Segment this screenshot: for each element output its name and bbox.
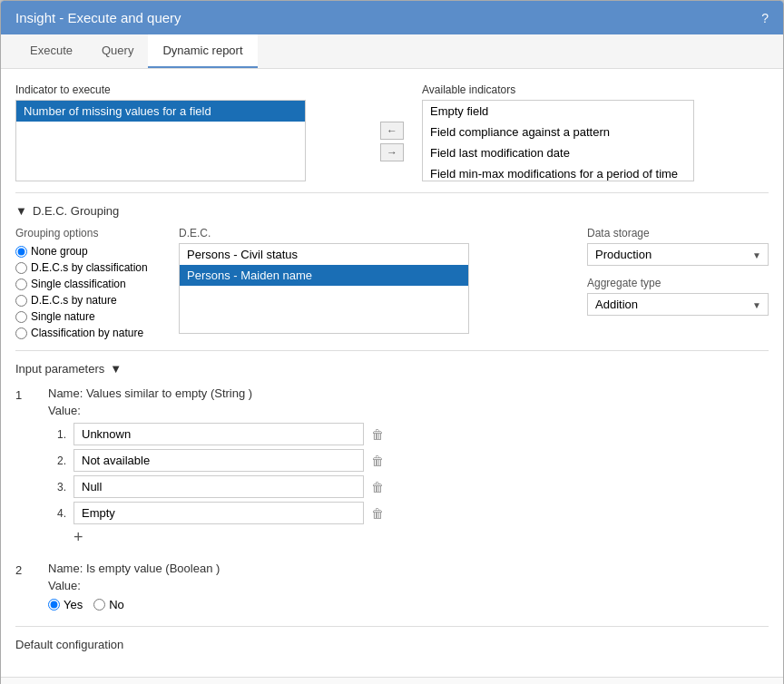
tab-dynamic-report[interactable]: Dynamic report (148, 34, 257, 68)
input-params-section: Input parameters ▼ 1 Name: Values simila… (15, 350, 769, 611)
default-config-section: Default configuration (15, 626, 769, 651)
dec-grouping-title: D.E.C. Grouping (33, 204, 119, 218)
dec-grouping-header: ▼ D.E.C. Grouping (15, 204, 769, 218)
available-item-3[interactable]: Field min-max modifications for a period… (423, 163, 693, 181)
value-num-1: 1. (48, 428, 66, 441)
input-params-header: Input parameters ▼ (15, 362, 769, 376)
delete-icon-1[interactable]: 🗑 (371, 427, 384, 442)
param-row-1: 1 Name: Values similar to empty (String … (15, 386, 769, 547)
available-item-2[interactable]: Field last modification date (423, 142, 693, 163)
radio-classification-nature[interactable]: Classification by nature (15, 327, 161, 339)
value-num-2: 2. (48, 454, 66, 467)
radio-group: None group D.E.C.s by classification Sin… (15, 245, 161, 339)
radio-decs-classification[interactable]: D.E.C.s by classification (15, 261, 161, 274)
param-name-2: Name: Is empty value (Boolean ) (48, 562, 769, 575)
dec-item-1[interactable]: Persons - Maiden name (180, 265, 468, 286)
boolean-options: Yes No (48, 598, 769, 611)
radio-single-nature[interactable]: Single nature (15, 310, 161, 323)
dec-list[interactable]: Persons - Civil status Persons - Maiden … (179, 243, 469, 334)
aggregate-select-wrapper: Addition Average Max Min (587, 293, 769, 316)
data-storage-select[interactable]: Production Archive Test (587, 243, 769, 266)
dialog-title: Insight - Execute and query (15, 10, 181, 25)
grouping-body: Grouping options None group D.E.C.s by c… (15, 227, 769, 339)
radio-yes-label[interactable]: Yes (48, 598, 83, 611)
value-input-1[interactable] (74, 423, 364, 445)
available-item-0[interactable]: Empty field (423, 101, 693, 122)
input-params-title: Input parameters (15, 362, 104, 376)
param-content-1: Name: Values similar to empty (String ) … (48, 386, 769, 547)
param-value-label-1: Value: (48, 404, 769, 417)
value-num-4: 4. (48, 507, 66, 520)
radio-decs-nature[interactable]: D.E.C.s by nature (15, 294, 161, 307)
value-input-3[interactable] (74, 475, 364, 498)
tab-query[interactable]: Query (87, 34, 148, 68)
available-item-1[interactable]: Field compliance against a pattern (423, 122, 693, 142)
delete-icon-3[interactable]: 🗑 (371, 480, 384, 494)
radio-no[interactable] (93, 599, 105, 611)
delete-icon-4[interactable]: 🗑 (371, 506, 384, 521)
default-config-label: Default configuration (15, 638, 123, 651)
dec-list-label: D.E.C. (179, 227, 569, 239)
indicator-list[interactable]: Number of missing values for a field (15, 100, 306, 181)
radio-single-classification-input[interactable] (15, 278, 27, 290)
data-storage-select-wrapper: Production Archive Test (587, 243, 769, 266)
main-dialog: Insight - Execute and query ? Execute Qu… (0, 0, 784, 684)
param-number-1: 1 (15, 386, 34, 547)
aggregate-section: Aggregate type Addition Average Max Min (587, 277, 769, 316)
radio-decs-nature-input[interactable] (15, 295, 27, 307)
aggregate-label: Aggregate type (587, 277, 769, 289)
value-row-1: 1. 🗑 (48, 423, 769, 445)
radio-single-classification[interactable]: Single classification (15, 278, 161, 290)
param-value-label-2: Value: (48, 579, 769, 592)
help-icon[interactable]: ? (761, 11, 769, 25)
value-input-4[interactable] (74, 502, 364, 524)
dec-item-0[interactable]: Persons - Civil status (180, 244, 468, 265)
indicator-selected-item[interactable]: Number of missing values for a field (16, 101, 305, 122)
indicator-label: Indicator to execute (15, 83, 362, 96)
delete-icon-2[interactable]: 🗑 (371, 454, 384, 468)
dialog-footer: Close Execute (1, 677, 783, 684)
radio-none-group[interactable]: None group (15, 245, 161, 258)
value-input-2[interactable] (74, 449, 364, 472)
arrow-right-btn[interactable]: → (380, 143, 404, 161)
grouping-options: Grouping options None group D.E.C.s by c… (15, 227, 161, 339)
data-storage-label: Data storage (587, 227, 769, 239)
grouping-options-label: Grouping options (15, 227, 161, 239)
aggregate-type-select[interactable]: Addition Average Max Min (587, 293, 769, 316)
radio-none-input[interactable] (15, 246, 27, 258)
value-row-4: 4. 🗑 (48, 502, 769, 524)
value-num-3: 3. (48, 481, 66, 493)
radio-yes[interactable] (48, 599, 60, 611)
radio-decs-classification-input[interactable] (15, 262, 27, 274)
radio-no-label[interactable]: No (93, 598, 124, 611)
indicator-row: Indicator to execute Number of missing v… (15, 83, 769, 181)
param-row-2: 2 Name: Is empty value (Boolean ) Value:… (15, 562, 769, 611)
tab-execute[interactable]: Execute (15, 34, 87, 68)
arrow-buttons: ← → (377, 83, 407, 181)
param-content-2: Name: Is empty value (Boolean ) Value: Y… (48, 562, 769, 611)
value-row-3: 3. 🗑 (48, 475, 769, 498)
collapse-icon[interactable]: ▼ (15, 204, 27, 218)
indicator-section: Indicator to execute Number of missing v… (15, 83, 362, 181)
dec-grouping-section: ▼ D.E.C. Grouping Grouping options None … (15, 192, 769, 339)
param-name-1: Name: Values similar to empty (String ) (48, 386, 769, 400)
dec-list-section: D.E.C. Persons - Civil status Persons - … (179, 227, 569, 339)
radio-classification-nature-input[interactable] (15, 327, 27, 339)
value-row-2: 2. 🗑 (48, 449, 769, 472)
available-label: Available indicators (422, 83, 769, 96)
input-params-collapse-icon[interactable]: ▼ (110, 362, 122, 376)
param-number-2: 2 (15, 562, 34, 611)
radio-single-nature-input[interactable] (15, 311, 27, 323)
add-value-btn[interactable]: + (48, 528, 83, 547)
dialog-body: Indicator to execute Number of missing v… (1, 69, 783, 677)
tab-bar: Execute Query Dynamic report (1, 34, 783, 69)
available-section: Available indicators Empty field Field c… (422, 83, 769, 181)
available-indicators-list[interactable]: Empty field Field compliance against a p… (422, 100, 694, 181)
dialog-header: Insight - Execute and query ? (1, 1, 783, 34)
data-storage-section: Data storage Production Archive Test Agg… (587, 227, 769, 339)
arrow-left-btn[interactable]: ← (380, 122, 404, 140)
